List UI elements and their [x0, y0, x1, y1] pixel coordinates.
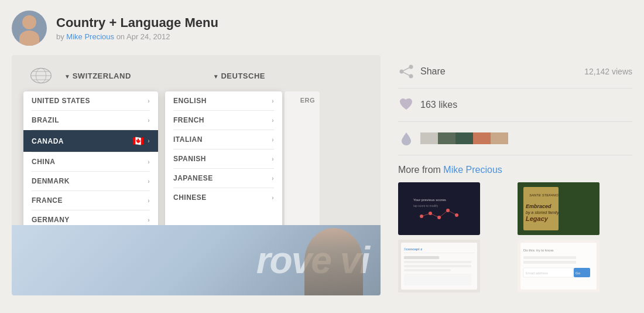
svg-text:Do this: try to know.: Do this: try to know. — [523, 249, 554, 252]
on-label: on — [117, 32, 126, 41]
swatch-3 — [455, 132, 473, 144]
country-item-brazil[interactable]: BRAZIL › — [23, 111, 158, 130]
by-label: by — [56, 32, 64, 41]
country-name: CANADA — [32, 137, 64, 145]
hint-text: ERG — [285, 91, 320, 109]
svg-rect-29 — [404, 261, 471, 263]
svg-line-8 — [403, 68, 409, 71]
country-item-china[interactable]: CHINA › — [23, 152, 158, 171]
menu-topbar: SWITZERLAND DEUTSCHE — [23, 67, 369, 91]
color-swatches — [420, 132, 508, 144]
chevron-icon: › — [148, 178, 150, 185]
screenshot-panel: SWITZERLAND DEUTSCHE UNITED STATES › BRA… — [12, 55, 381, 295]
chevron-icon: › — [272, 175, 274, 182]
svg-rect-32 — [404, 274, 471, 285]
svg-point-5 — [409, 65, 413, 69]
language-item-chinese[interactable]: CHINESE › — [165, 188, 282, 207]
colors-row — [398, 122, 632, 155]
swatch-1 — [420, 132, 438, 144]
country-item-canada[interactable]: CANADA 🇨🇦 › — [23, 130, 158, 152]
email-thumbnail: Do this: try to know. Email address Go — [518, 240, 600, 292]
country-item-us[interactable]: UNITED STATES › — [23, 91, 158, 110]
thumbnail-3[interactable]: ≡concept z — [398, 240, 480, 292]
chevron-icon: › — [148, 159, 150, 165]
title-area: Country + Language Menu by Mike Precious… — [56, 15, 218, 41]
views-count: 12,142 views — [584, 67, 632, 76]
svg-text:Go: Go — [576, 271, 581, 275]
country-name: DENMARK — [32, 177, 70, 185]
concept-thumbnail: ≡concept z — [398, 240, 480, 292]
post-title: Country + Language Menu — [56, 15, 218, 30]
chevron-icon: › — [272, 137, 274, 143]
chevron-icon: › — [272, 98, 274, 104]
thumbnail-1[interactable]: Your previous scores tap score to modify — [398, 182, 480, 235]
post-meta: by Mike Precious on Apr 24, 2012 — [56, 32, 218, 41]
chevron-icon: › — [148, 138, 150, 144]
background-image: rove vi — [12, 225, 381, 295]
svg-text:Legacy: Legacy — [526, 215, 549, 222]
thumbnail-4[interactable]: Do this: try to know. Email address Go — [518, 240, 600, 292]
avatar — [12, 11, 47, 46]
country-name: BRAZIL — [32, 116, 59, 124]
chevron-icon: › — [148, 217, 150, 223]
svg-text:Your previous scores: Your previous scores — [413, 198, 446, 202]
more-from-label: More from — [398, 165, 441, 175]
thumbnails-grid: Your previous scores tap score to modify — [398, 182, 632, 292]
language-item-french[interactable]: FRENCH › — [165, 111, 282, 130]
current-language[interactable]: DEUTSCHE — [213, 72, 265, 80]
country-item-france[interactable]: FRANCE › — [23, 191, 158, 210]
svg-text:tap score to modify: tap score to modify — [413, 204, 439, 207]
svg-text:Email address: Email address — [526, 271, 548, 275]
flag-icon: 🇨🇦 — [132, 135, 145, 147]
svg-text:Embraced: Embraced — [526, 203, 551, 209]
main-content: SWITZERLAND DEUTSCHE UNITED STATES › BRA… — [0, 55, 644, 295]
svg-rect-28 — [404, 256, 439, 259]
language-item-italian[interactable]: ITALIAN › — [165, 130, 282, 149]
header: Country + Language Menu by Mike Precious… — [0, 0, 644, 55]
svg-rect-36 — [523, 256, 576, 259]
chevron-icon: › — [272, 195, 274, 201]
country-name: FRANCE — [32, 196, 63, 205]
svg-point-7 — [409, 74, 413, 79]
country-name: UNITED STATES — [32, 97, 90, 105]
share-label[interactable]: Share — [420, 66, 446, 77]
thumbnail-2[interactable]: SANTE STEFANO Embraced by a storied fami… — [518, 182, 600, 235]
swatch-2 — [438, 132, 455, 144]
chevron-icon: › — [272, 117, 274, 124]
more-from-author[interactable]: Mike Precious — [443, 165, 502, 175]
legacy-thumbnail: SANTE STEFANO Embraced by a storied fami… — [518, 182, 600, 235]
language-name: CHINESE — [173, 193, 207, 202]
language-item-english[interactable]: ENGLISH › — [165, 91, 282, 110]
language-name: FRENCH — [173, 116, 204, 124]
swatch-4 — [473, 132, 491, 144]
country-item-denmark[interactable]: DENMARK › — [23, 172, 158, 190]
svg-text:≡concept z: ≡concept z — [404, 247, 422, 251]
chevron-icon: › — [272, 156, 274, 162]
language-name: ENGLISH — [173, 97, 207, 105]
likes-count: 163 likes — [420, 100, 457, 110]
share-icon — [398, 63, 415, 80]
language-item-spanish[interactable]: SPANISH › — [165, 149, 282, 168]
svg-text:by a storied family: by a storied family — [526, 210, 559, 215]
svg-line-9 — [403, 73, 409, 76]
language-name: SPANISH — [173, 155, 206, 163]
author-link[interactable]: Mike Precious — [66, 32, 114, 41]
more-from-title: More from Mike Precious — [398, 165, 632, 175]
share-left: Share — [398, 63, 446, 80]
country-name: GERMANY — [32, 216, 70, 224]
current-country[interactable]: SWITZERLAND — [64, 72, 131, 80]
svg-point-6 — [400, 70, 404, 74]
svg-text:SANTE STEFANO: SANTE STEFANO — [529, 193, 559, 197]
language-item-japanese[interactable]: JAPANESE › — [165, 169, 282, 188]
chevron-icon: › — [148, 198, 150, 204]
drop-icon — [398, 130, 415, 147]
chevron-icon: › — [148, 117, 150, 124]
share-row: Share 12,142 views — [398, 55, 632, 89]
person-silhouette — [304, 228, 363, 295]
globe-icon — [29, 67, 53, 84]
swatch-5 — [491, 132, 508, 144]
more-section: More from Mike Precious Your previous sc… — [398, 155, 632, 292]
svg-rect-31 — [404, 269, 451, 271]
svg-rect-27 — [404, 253, 474, 253]
chart-thumbnail: Your previous scores tap score to modify — [410, 193, 468, 225]
